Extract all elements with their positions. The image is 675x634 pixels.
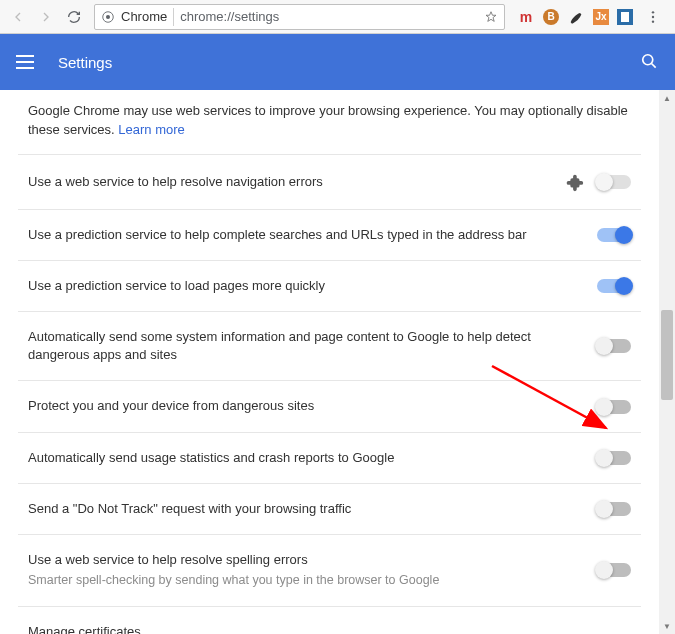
kebab-menu-icon[interactable] [641, 5, 665, 29]
setting-label: Automatically send some system informati… [28, 328, 585, 364]
browser-toolbar: Chrome chrome://settings m B Jx [0, 0, 675, 34]
svg-point-5 [643, 54, 653, 64]
setting-label: Send a "Do Not Track" request with your … [28, 500, 585, 518]
setting-row-prediction-pages[interactable]: Use a prediction service to load pages m… [18, 260, 641, 311]
setting-label: Automatically send usage statistics and … [28, 449, 585, 467]
intro-text: Google Chrome may use web services to im… [18, 90, 641, 154]
forward-button[interactable] [34, 5, 58, 29]
toggle-protect-device[interactable] [597, 400, 631, 414]
omnibox-divider [173, 8, 174, 26]
setting-row-prediction-search[interactable]: Use a prediction service to help complet… [18, 209, 641, 260]
scroll-down-arrow[interactable]: ▼ [659, 618, 675, 634]
toggle-nav-errors[interactable] [597, 175, 631, 189]
setting-sub: Smarter spell-checking by sending what y… [28, 572, 585, 590]
setting-row-manage-certs[interactable]: Manage certificates Manage HTTPS/SSL cer… [18, 606, 641, 634]
extension-square-icon[interactable] [617, 9, 633, 25]
setting-label: Use a web service to help resolve naviga… [28, 173, 551, 191]
setting-row-do-not-track[interactable]: Send a "Do Not Track" request with your … [18, 483, 641, 534]
site-favicon [101, 10, 115, 24]
extension-b-icon[interactable]: B [543, 9, 559, 25]
search-icon[interactable] [639, 51, 659, 74]
setting-label: Protect you and your device from dangero… [28, 397, 585, 415]
setting-label: Manage certificates Manage HTTPS/SSL cer… [28, 623, 601, 634]
bookmark-star-icon[interactable] [484, 10, 498, 24]
toggle-prediction-search[interactable] [597, 228, 631, 242]
setting-row-spelling[interactable]: Use a web service to help resolve spelli… [18, 534, 641, 606]
omnibox[interactable]: Chrome chrome://settings [94, 4, 505, 30]
scrollbar[interactable]: ▲ ▼ [659, 90, 675, 634]
toggle-usage-stats[interactable] [597, 451, 631, 465]
scheme-label: Chrome [121, 9, 167, 24]
setting-label: Use a web service to help resolve spelli… [28, 551, 585, 590]
back-button[interactable] [6, 5, 30, 29]
svg-point-4 [652, 20, 654, 22]
setting-label: Use a prediction service to help complet… [28, 226, 585, 244]
toggle-auto-send-system[interactable] [597, 339, 631, 353]
svg-point-2 [652, 11, 654, 13]
extension-m-icon[interactable]: m [517, 8, 535, 26]
scroll-up-arrow[interactable]: ▲ [659, 90, 675, 106]
scroll-thumb[interactable] [661, 310, 673, 400]
settings-header: Settings [0, 34, 675, 90]
extension-brush-icon[interactable] [567, 8, 585, 26]
content-area: Google Chrome may use web services to im… [0, 90, 675, 634]
extension-jx-icon[interactable]: Jx [593, 9, 609, 25]
toggle-spelling[interactable] [597, 563, 631, 577]
hamburger-menu-icon[interactable] [16, 50, 40, 74]
setting-label-main: Use a web service to help resolve spelli… [28, 552, 308, 567]
setting-row-auto-send-system[interactable]: Automatically send some system informati… [18, 311, 641, 380]
setting-label: Use a prediction service to load pages m… [28, 277, 585, 295]
setting-row-protect-device[interactable]: Protect you and your device from dangero… [18, 380, 641, 431]
page-title: Settings [58, 54, 112, 71]
setting-row-usage-stats[interactable]: Automatically send usage statistics and … [18, 432, 641, 483]
setting-label-main: Manage certificates [28, 624, 141, 634]
setting-row-nav-errors[interactable]: Use a web service to help resolve naviga… [18, 154, 641, 209]
url-text: chrome://settings [180, 9, 478, 24]
learn-more-link[interactable]: Learn more [118, 122, 184, 137]
reload-button[interactable] [62, 5, 86, 29]
toggle-prediction-pages[interactable] [597, 279, 631, 293]
settings-list: Google Chrome may use web services to im… [18, 90, 641, 634]
svg-point-3 [652, 15, 654, 17]
puzzle-icon [563, 171, 585, 193]
extensions-row: m B Jx [513, 5, 669, 29]
toggle-do-not-track[interactable] [597, 502, 631, 516]
settings-scroll: Google Chrome may use web services to im… [0, 90, 659, 634]
svg-point-1 [106, 14, 110, 18]
